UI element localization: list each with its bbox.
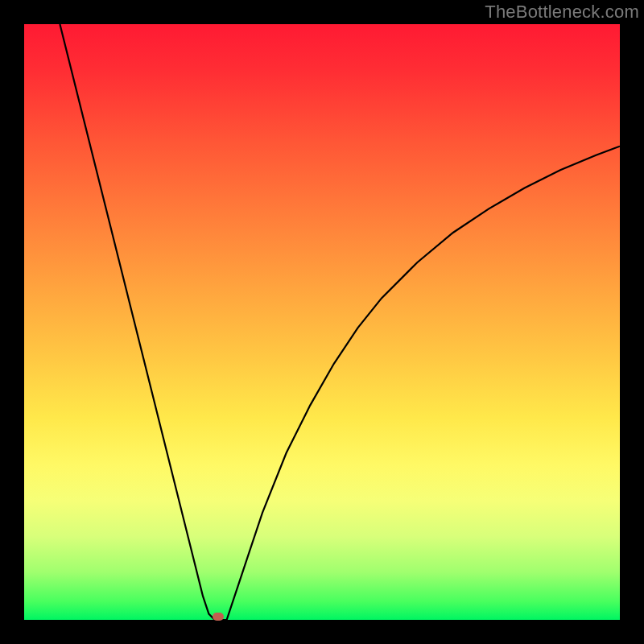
curve-path [60,24,620,620]
min-point-marker [213,613,224,621]
watermark-text: TheBottleneck.com [485,2,639,23]
plot-area [24,24,620,620]
curve-svg [24,24,620,620]
chart-frame: TheBottleneck.com [0,0,644,644]
